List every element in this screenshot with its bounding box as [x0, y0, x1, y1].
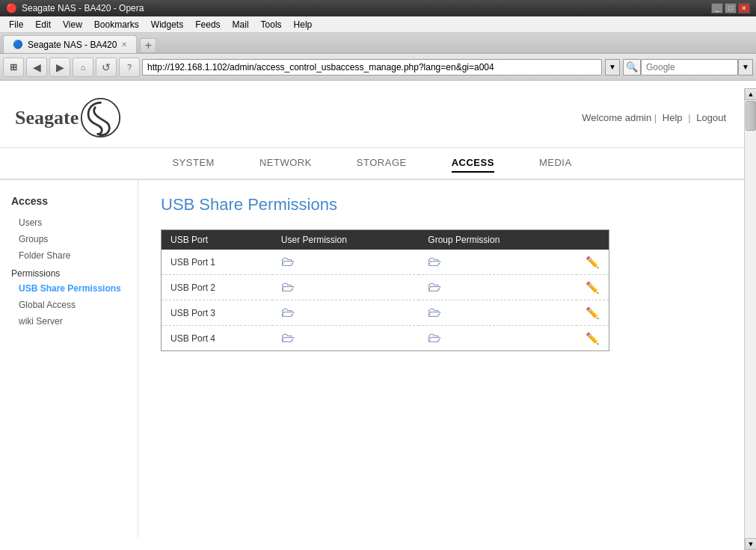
search-input[interactable]	[641, 59, 738, 75]
back-button[interactable]: ◀	[26, 58, 47, 77]
group-permission-cell: 🗁	[419, 250, 577, 275]
layout: Access Users Groups Folder Share Permiss…	[0, 180, 744, 537]
table-row: USB Port 3 🗁 🗁 ✏️	[162, 300, 609, 326]
menu-mail[interactable]: Mail	[227, 18, 255, 31]
menu-view[interactable]: View	[57, 18, 88, 31]
logo-area: Seagate	[15, 97, 121, 138]
help-link[interactable]: Help	[663, 112, 683, 123]
nav-access[interactable]: ACCESS	[452, 154, 494, 173]
group-permission-cell: 🗁	[419, 326, 577, 351]
menu-feeds[interactable]: Feeds	[189, 18, 226, 31]
sidebar-item-global-access[interactable]: Global Access	[0, 297, 138, 313]
scrollbar[interactable]: ▲ ▼	[744, 88, 756, 550]
usb-port-cell: USB Port 1	[162, 250, 272, 275]
sidebar-item-users[interactable]: Users	[0, 214, 138, 231]
nav-media[interactable]: MEDIA	[539, 154, 572, 173]
col-header-usb-port: USB Port	[162, 230, 272, 250]
home-button[interactable]: ⌂	[73, 58, 93, 77]
speed-dial-button[interactable]: ⊞	[3, 58, 24, 77]
group-permission-cell: 🗁	[419, 300, 577, 326]
sidebar-title: Access	[0, 195, 138, 214]
col-header-action	[577, 230, 609, 250]
forward-button[interactable]: ▶	[49, 58, 70, 77]
address-input[interactable]	[142, 59, 602, 75]
sidebar-item-usb-share-permissions[interactable]: USB Share Permissions	[0, 280, 138, 297]
tab-label: Seagate NAS - BA420	[28, 40, 117, 50]
user-folder-icon: 🗁	[281, 254, 295, 269]
tab-close-button[interactable]: ✕	[121, 40, 127, 49]
menu-widgets[interactable]: Widgets	[145, 18, 189, 31]
edit-icon[interactable]: ✏️	[586, 281, 600, 294]
table-header-row: USB Port User Permission Group Permissio…	[162, 230, 609, 250]
menu-bookmarks[interactable]: Bookmarks	[88, 18, 145, 31]
menu-file[interactable]: File	[3, 18, 29, 31]
search-engine-icon[interactable]: 🔍	[623, 59, 641, 75]
page-content: Seagate Welcome admin | Help | Logout SY…	[0, 88, 744, 550]
usb-port-cell: USB Port 4	[162, 326, 272, 351]
address-dropdown-button[interactable]: ▼	[605, 59, 620, 75]
edit-icon[interactable]: ✏️	[586, 306, 600, 319]
user-permission-cell: 🗁	[272, 250, 420, 275]
nav-storage[interactable]: STORAGE	[357, 154, 407, 173]
col-header-user-perm: User Permission	[272, 230, 420, 250]
search-area: 🔍 ▼	[623, 59, 753, 75]
maximize-button[interactable]: □	[725, 3, 737, 13]
group-permission-cell: 🗁	[419, 275, 577, 300]
tab-bar: 🔵 Seagate NAS - BA420 ✕ +	[0, 33, 756, 54]
user-permission-cell: 🗁	[272, 326, 420, 351]
scroll-thumb[interactable]	[746, 101, 756, 131]
header-links: Welcome admin | Help | Logout	[582, 112, 729, 123]
permissions-table: USB Port User Permission Group Permissio…	[161, 229, 609, 351]
browser-title-bar: 🔴 Seagate NAS - BA420 - Opera _ □ ✕	[0, 0, 756, 16]
new-tab-button[interactable]: +	[140, 38, 156, 53]
close-button[interactable]: ✕	[738, 3, 750, 13]
menu-help[interactable]: Help	[288, 18, 319, 31]
group-folder-icon: 🗁	[428, 330, 441, 345]
nav-network[interactable]: NETWORK	[259, 154, 312, 173]
site-header: Seagate Welcome admin | Help | Logout	[0, 88, 744, 148]
usb-port-cell: USB Port 2	[162, 275, 272, 300]
edit-cell: ✏️	[577, 250, 609, 275]
brand-name: Seagate	[15, 107, 79, 129]
edit-icon[interactable]: ✏️	[586, 332, 600, 344]
group-folder-icon: 🗁	[428, 279, 441, 294]
user-folder-icon: 🗁	[281, 330, 295, 345]
search-dropdown-button[interactable]: ▼	[738, 59, 753, 75]
usb-port-cell: USB Port 3	[162, 300, 272, 326]
sidebar-category-permissions: Permissions	[0, 264, 138, 280]
active-tab[interactable]: 🔵 Seagate NAS - BA420 ✕	[3, 35, 137, 53]
sidebar-item-wiki-server[interactable]: wiki Server	[0, 313, 138, 330]
table-row: USB Port 1 🗁 🗁 ✏️	[162, 250, 609, 275]
reload-button[interactable]: ↺	[96, 58, 117, 77]
sidebar-item-groups[interactable]: Groups	[0, 231, 138, 247]
browser-logo: 🔴	[6, 3, 17, 13]
scroll-up-button[interactable]: ▲	[745, 88, 756, 100]
tab-favicon: 🔵	[13, 40, 23, 49]
user-permission-cell: 🗁	[272, 275, 420, 300]
stop-button[interactable]: ?	[119, 58, 140, 77]
sidebar: Access Users Groups Folder Share Permiss…	[0, 180, 138, 537]
edit-cell: ✏️	[577, 275, 609, 300]
edit-icon[interactable]: ✏️	[586, 256, 600, 268]
col-header-group-perm: Group Permission	[419, 230, 577, 250]
edit-cell: ✏️	[577, 326, 609, 351]
scroll-down-button[interactable]: ▼	[745, 538, 756, 550]
sidebar-item-folder-share[interactable]: Folder Share	[0, 247, 138, 264]
menu-tools[interactable]: Tools	[255, 18, 288, 31]
browser-toolbar: ⊞ ◀ ▶ ⌂ ↺ ? ▼ 🔍 ▼	[0, 54, 756, 81]
minimize-button[interactable]: _	[711, 3, 723, 13]
separator-2: |	[688, 112, 693, 123]
welcome-text: Welcome admin	[582, 112, 651, 123]
seagate-logo-icon	[80, 97, 121, 138]
table-row: USB Port 4 🗁 🗁 ✏️	[162, 326, 609, 351]
user-folder-icon: 🗁	[281, 279, 295, 294]
main-nav: SYSTEM NETWORK STORAGE ACCESS MEDIA	[0, 148, 744, 180]
main-content: USB Share Permissions USB Port User Perm…	[138, 180, 744, 537]
nav-system[interactable]: SYSTEM	[172, 154, 214, 173]
edit-cell: ✏️	[577, 300, 609, 326]
window-controls: _ □ ✕	[711, 3, 750, 13]
logout-link[interactable]: Logout	[696, 112, 726, 123]
page-title: USB Share Permissions	[161, 195, 722, 214]
menu-edit[interactable]: Edit	[29, 18, 57, 31]
separator-1: |	[654, 112, 660, 123]
